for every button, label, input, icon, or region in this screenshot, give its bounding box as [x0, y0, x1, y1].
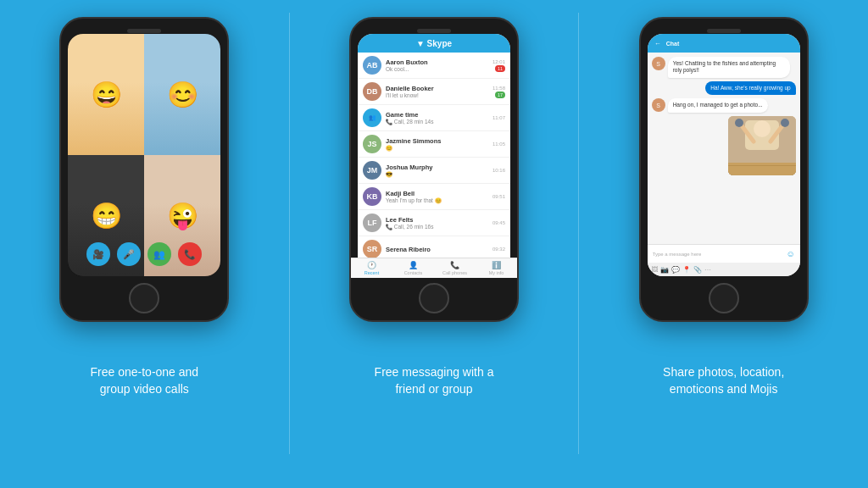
image-icon[interactable]: 🖼	[651, 266, 658, 274]
phone-video: 😄 😊 😁 😜 🎥 🎤 👥 📞	[59, 17, 229, 322]
video-cell-2: 😊	[144, 34, 220, 155]
more-icon[interactable]: ⋯	[704, 266, 711, 274]
phone-chat: ← Chat S Yes! Chatting to the fishies an…	[639, 17, 809, 322]
messaging-caption: Free messaging with a friend or group	[375, 364, 494, 488]
list-item[interactable]: JM Joshua Murphy 😎 10:16	[358, 158, 510, 184]
bottom-tabs: 🕐 Recent 👤 Contacts 📞 Call phones ℹ	[358, 258, 510, 276]
svg-point-6	[781, 119, 789, 127]
list-item[interactable]: LF Lee Felts 📞 Call, 26 min 16s 09:45	[358, 210, 510, 236]
mute-button[interactable]: 🎤	[117, 242, 141, 266]
tab-my-info[interactable]: ℹ️ My info	[476, 258, 510, 276]
add-person-button[interactable]: 👥	[147, 242, 171, 266]
speech-icon[interactable]: 💬	[671, 266, 680, 274]
list-item[interactable]: AB Aaron Buxton Ok cool... 12:01 11	[358, 53, 510, 79]
list-item[interactable]: JS Jazmine Simmons 😊 11:05	[358, 131, 510, 158]
messaging-screen: ▼ Skype AB Aaron Buxton Ok cool... 12:01	[358, 34, 510, 276]
chat-input-placeholder[interactable]: Type a message here	[653, 252, 784, 257]
list-item[interactable]: 👥 Game time 📞 Call, 28 min 14s 11:07	[358, 105, 510, 131]
messaging-header: ▼ Skype	[358, 34, 510, 53]
phone-messaging: ▼ Skype AB Aaron Buxton Ok cool... 12:01	[349, 17, 519, 322]
chat-actions-bar: 🖼 📷 💬 📍 📎 ⋯	[648, 263, 800, 276]
tab-call-phones[interactable]: 📞 Call phones	[434, 258, 476, 276]
list-item[interactable]: DB Danielle Booker I'll let u know! 11:5…	[358, 79, 510, 105]
chat-header: ← Chat	[648, 34, 800, 53]
attach-icon[interactable]: 📎	[693, 266, 702, 274]
svg-rect-7	[728, 163, 796, 175]
contact-list: AB Aaron Buxton Ok cool... 12:01 11	[358, 53, 510, 263]
tab-contacts[interactable]: 👤 Contacts	[392, 258, 434, 276]
chat-photo-bubble	[728, 116, 796, 175]
sharing-section: ← Chat S Yes! Chatting to the fishies an…	[579, 0, 868, 488]
chat-bubble-received: Yes! Chatting to the fishies and attempt…	[668, 57, 791, 78]
camera-icon[interactable]: 📷	[660, 266, 669, 274]
svg-rect-8	[728, 165, 796, 166]
video-toggle-button[interactable]: 🎥	[86, 242, 110, 266]
chat-message-row-2: S Hang on, I managed to get a photo...	[652, 98, 796, 112]
video-cell-1: 😄	[68, 34, 144, 155]
chat-message-list: S Yes! Chatting to the fishies and attem…	[648, 53, 800, 244]
emoji-icon[interactable]: ☺	[786, 249, 794, 258]
location-icon[interactable]: 📍	[682, 266, 691, 274]
chat-bubble-sent: Ha! Aww, she's really growing up	[705, 81, 795, 95]
sharing-caption: Share photos, location, emoticons and Mo…	[663, 364, 784, 488]
svg-point-2	[754, 120, 771, 137]
messaging-section: ▼ Skype AB Aaron Buxton Ok cool... 12:01	[290, 0, 579, 488]
video-calls-caption: Free one-to-one and group video calls	[91, 364, 199, 488]
chat-input-bar: Type a message here ☺	[648, 244, 800, 263]
video-calls-section: 😄 😊 😁 😜 🎥 🎤 👥 📞	[0, 0, 289, 488]
end-call-button[interactable]: 📞	[178, 242, 202, 266]
chat-bubble-received-2: Hang on, I managed to get a photo...	[668, 98, 768, 112]
list-item[interactable]: KB Kadji Bell Yeah I'm up for that 😊 09:…	[358, 184, 510, 210]
chat-message-row: S Yes! Chatting to the fishies and attem…	[652, 57, 796, 78]
video-call-screen: 😄 😊 😁 😜 🎥 🎤 👥 📞	[68, 34, 220, 276]
chat-screen: ← Chat S Yes! Chatting to the fishies an…	[648, 34, 800, 276]
tab-recent[interactable]: 🕐 Recent	[358, 258, 392, 276]
svg-point-5	[735, 119, 743, 127]
